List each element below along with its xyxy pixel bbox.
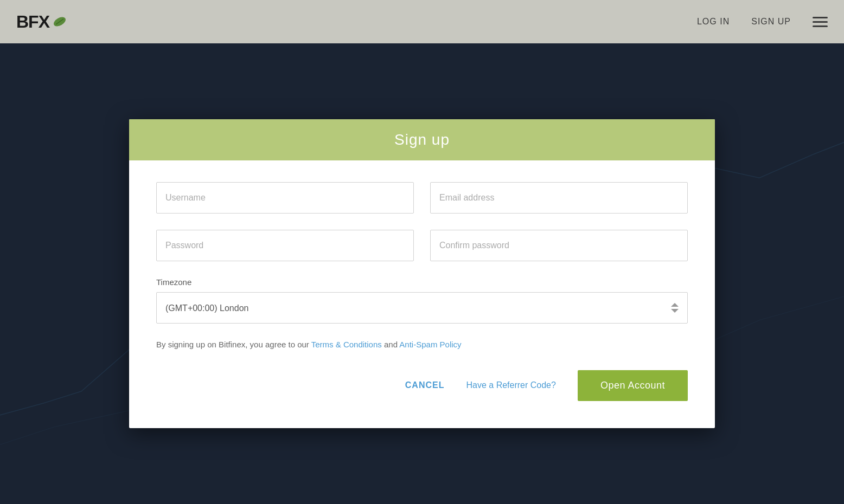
navbar-right: LOG IN SIGN UP: [697, 17, 828, 27]
timezone-group: Timezone (GMT+00:00) London （GMT-12:00) …: [156, 277, 688, 324]
cancel-button[interactable]: CANCEL: [405, 380, 445, 390]
terms-prefix: By signing up on Bitfinex, you agree to …: [156, 340, 311, 349]
terms-text: By signing up on Bitfinex, you agree to …: [156, 339, 688, 351]
timezone-select[interactable]: (GMT+00:00) London （GMT-12:00) Internati…: [156, 292, 688, 324]
logo-text: BFX: [16, 12, 49, 32]
username-group: [156, 182, 414, 214]
logo: BFX: [16, 12, 68, 32]
signup-modal: Sign up: [129, 119, 715, 428]
terms-middle: and: [382, 340, 400, 349]
timezone-label: Timezone: [156, 277, 688, 287]
open-account-button[interactable]: Open Account: [578, 370, 688, 401]
referrer-link[interactable]: Have a Referrer Code?: [466, 380, 555, 390]
modal-body: Timezone (GMT+00:00) London （GMT-12:00) …: [129, 160, 715, 428]
antispam-link[interactable]: Anti-Spam Policy: [399, 340, 461, 349]
modal-header: Sign up: [129, 119, 715, 160]
main-area: Sign up: [0, 43, 844, 504]
hamburger-line-3: [813, 25, 828, 27]
form-actions: CANCEL Have a Referrer Code? Open Accoun…: [156, 370, 688, 401]
confirm-password-group: [430, 230, 688, 261]
modal-title: Sign up: [141, 131, 703, 148]
form-row-1: [156, 182, 688, 214]
password-group: [156, 230, 414, 261]
login-link[interactable]: LOG IN: [697, 17, 730, 27]
confirm-password-input[interactable]: [430, 230, 688, 261]
navbar: BFX LOG IN SIGN UP: [0, 0, 844, 43]
logo-leaf-icon: [52, 14, 68, 30]
hamburger-line-2: [813, 21, 828, 23]
username-input[interactable]: [156, 182, 414, 214]
email-group: [430, 182, 688, 214]
hamburger-line-1: [813, 17, 828, 18]
hamburger-menu[interactable]: [813, 17, 828, 27]
terms-link[interactable]: Terms & Conditions: [311, 340, 382, 349]
form-row-2: [156, 230, 688, 261]
signup-link[interactable]: SIGN UP: [751, 17, 791, 27]
email-input[interactable]: [430, 182, 688, 214]
password-input[interactable]: [156, 230, 414, 261]
